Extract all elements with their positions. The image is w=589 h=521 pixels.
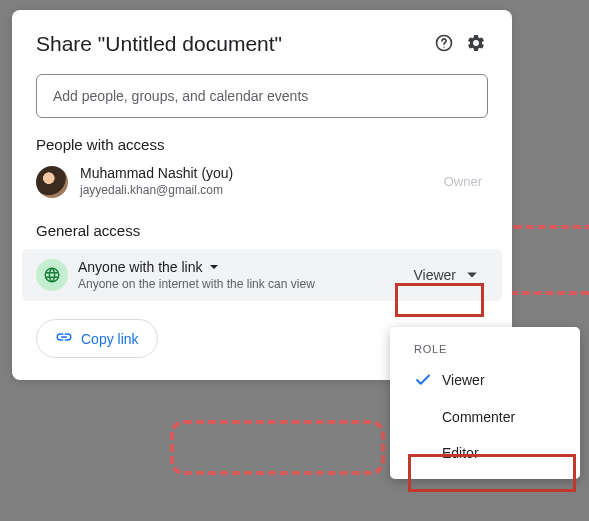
- help-icon: [434, 33, 454, 56]
- copy-link-label: Copy link: [81, 331, 139, 347]
- person-row: Muhammad Nashit (you) jayyedali.khan@gma…: [12, 159, 512, 204]
- role-option-label: Editor: [442, 445, 479, 461]
- role-menu: ROLE Viewer Commenter Editor: [390, 327, 580, 479]
- general-access-row: Anyone with the link Anyone on the inter…: [22, 249, 502, 301]
- copy-link-button[interactable]: Copy link: [36, 319, 158, 358]
- caret-down-icon: [209, 262, 219, 272]
- access-scope-label: Anyone with the link: [78, 259, 203, 275]
- dialog-title: Share "Untitled document": [36, 32, 428, 56]
- role-option-viewer[interactable]: Viewer: [390, 361, 580, 399]
- check-icon: [414, 371, 436, 389]
- people-with-access-title: People with access: [12, 118, 512, 159]
- access-description: Anyone on the internet with the link can…: [78, 277, 405, 291]
- person-email: jayyedali.khan@gmail.com: [80, 183, 444, 199]
- general-access-title: General access: [12, 204, 512, 245]
- settings-button[interactable]: [460, 28, 492, 60]
- link-icon: [55, 328, 81, 349]
- role-option-label: Commenter: [442, 409, 515, 425]
- svg-point-1: [443, 46, 444, 47]
- role-option-label: Viewer: [442, 372, 485, 388]
- access-scope-dropdown[interactable]: Anyone with the link: [78, 259, 219, 275]
- globe-icon: [36, 259, 68, 291]
- role-option-commenter[interactable]: Commenter: [390, 399, 580, 435]
- avatar: [36, 166, 68, 198]
- role-menu-header: ROLE: [390, 337, 580, 361]
- person-role: Owner: [444, 174, 488, 189]
- add-people-input[interactable]: [36, 74, 488, 118]
- help-button[interactable]: [428, 28, 460, 60]
- gear-icon: [466, 33, 486, 56]
- background-decoration: [170, 420, 385, 475]
- role-label: Viewer: [413, 267, 456, 283]
- caret-down-icon: [466, 269, 478, 281]
- background-decoration: [500, 225, 589, 295]
- role-option-editor[interactable]: Editor: [390, 435, 580, 471]
- person-name: Muhammad Nashit (you): [80, 165, 444, 183]
- share-dialog: Share "Untitled document" People with ac…: [12, 10, 512, 380]
- role-dropdown[interactable]: Viewer: [405, 261, 486, 289]
